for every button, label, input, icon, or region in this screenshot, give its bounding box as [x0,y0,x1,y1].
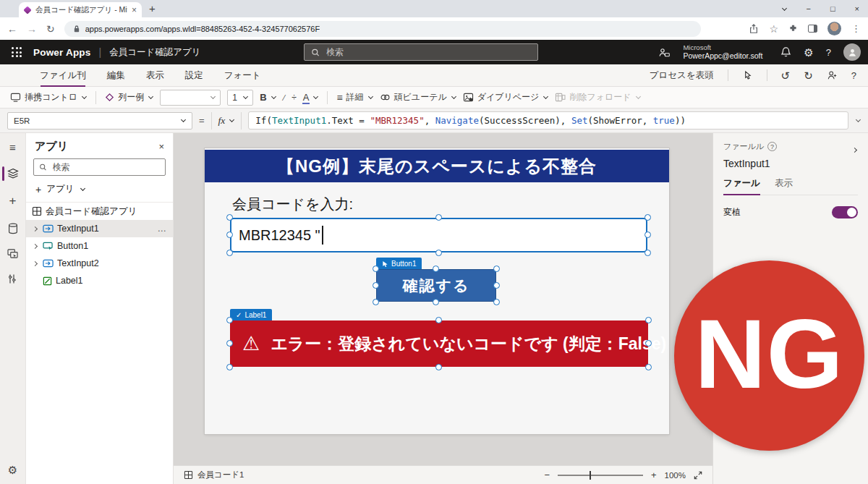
bold-button[interactable]: B [260,92,276,103]
share-user-icon[interactable] [827,70,838,80]
property-toggle[interactable] [832,206,858,218]
panel-collapse-icon[interactable] [853,142,858,155]
menu-font[interactable]: フォート [224,69,261,82]
zoom-slider-thumb[interactable] [590,471,591,480]
browser-menu-icon[interactable]: ⋮ [851,23,861,34]
selection-handle[interactable] [373,282,379,289]
menu-edit[interactable]: 編集 [107,69,125,82]
selection-handle[interactable] [644,214,651,221]
menu-file[interactable]: ファイル刊 [40,69,86,82]
window-minimize-button[interactable]: − [806,4,810,13]
tree-panel-close-icon[interactable]: × [158,141,164,152]
browser-tab[interactable]: 会員コード確認アプリ - Miwe:App × [19,2,142,17]
expand-chevron-icon[interactable] [32,262,39,266]
bookmark-star-icon[interactable]: ☆ [769,23,778,35]
help-icon[interactable]: ? [826,48,831,57]
brand-logo-text[interactable]: Power Apps [33,47,91,58]
global-search-input[interactable] [325,46,531,58]
selection-handle[interactable] [493,266,500,272]
label-control[interactable]: ⚠ エラー：登録されていないコードです (判定：False) [230,320,648,367]
tree-item-textinput2[interactable]: TextInput2 [26,255,173,272]
selection-handle[interactable] [645,317,652,323]
tab-properties[interactable]: ファール [723,177,760,190]
formula-input[interactable]: If(TextInput1.Text = "MBR12345", Navigat… [248,111,848,130]
page-button[interactable]: ダイブリページ [463,91,549,103]
notifications-bell-icon[interactable] [780,46,791,58]
rail-hamburger-icon[interactable]: ≡ [0,140,25,155]
selection-handle[interactable] [226,214,233,221]
pointer-tool-icon[interactable] [742,70,753,81]
rail-insert-icon[interactable]: + [0,192,25,210]
url-bar[interactable]: apps.powerapps.com/apps.wldl=88485263-45… [64,21,701,37]
new-screen-button[interactable]: + アプリ [26,176,173,203]
selection-handle[interactable] [435,364,442,370]
back-icon[interactable]: ← [7,24,17,34]
item-more-icon[interactable]: … [158,224,168,234]
insert-control-button[interactable]: 挿携コントロ [10,91,87,103]
help-circle-icon[interactable]: ? [767,142,777,151]
menu-view[interactable]: 表示 [146,69,164,82]
selection-handle[interactable] [644,250,651,256]
tree-search-input[interactable] [51,161,160,173]
zoom-out-button[interactable]: − [544,470,550,480]
tab-search-icon[interactable] [782,6,787,11]
undo-icon[interactable]: ↺ [781,70,791,81]
label-control-tag[interactable]: ✓ Label1 [230,309,272,320]
new-tab-button[interactable]: + [149,2,156,14]
help-icon[interactable]: ? [851,70,856,81]
italic-button[interactable]: / [283,92,286,103]
member-code-input[interactable]: MBR12345 " [230,218,647,252]
rail-tree-view-icon[interactable] [0,166,25,181]
selection-handle[interactable] [226,317,233,323]
formula-expand-icon[interactable] [856,117,861,122]
zoom-in-button[interactable]: + [651,470,657,480]
theme-button[interactable]: 列ー例 [105,91,153,103]
selection-handle[interactable] [226,232,233,238]
tree-item-button1[interactable]: Button1 [26,237,173,255]
selection-handle[interactable] [435,214,442,221]
selection-handle[interactable] [226,250,233,256]
textinput-control[interactable]: MBR12345 " [230,218,647,252]
share-icon[interactable] [749,24,759,34]
selection-handle[interactable] [645,340,652,347]
app-screen[interactable]: 【NG例】末尾のスペースによる不整合 会員コードを入力: MBR12345 " [205,148,669,434]
rail-advanced-tools-icon[interactable] [0,272,25,286]
button-control[interactable]: 確認する [376,269,496,302]
viewer-button[interactable]: 頑ビユーテル [380,91,456,103]
selection-handle[interactable] [226,364,233,370]
selection-handle[interactable] [435,250,442,256]
selection-handle[interactable] [373,266,379,272]
global-search-box[interactable] [304,43,538,61]
forward-icon[interactable]: → [27,24,37,34]
tree-item-app[interactable]: 会員コード確認アプリ [26,203,173,220]
rail-settings-gear-icon[interactable]: ⚙ [0,462,25,478]
fx-selector[interactable]: fx [211,112,242,130]
extensions-icon[interactable] [788,24,798,33]
waffle-menu-icon[interactable] [12,47,22,57]
tab-display[interactable]: 表示 [775,177,793,190]
window-close-button[interactable]: × [855,4,859,13]
font-color-button[interactable]: A [303,92,319,103]
tree-search-box[interactable] [33,158,166,176]
zoom-slider[interactable] [558,475,643,476]
reload-icon[interactable]: ↻ [46,24,55,34]
strikethrough-button[interactable]: ÷ [292,93,297,103]
account-info[interactable]: Microsoft PowerAppc@editor.soft [683,44,762,61]
confirm-button[interactable]: 確認する [376,269,496,302]
canvas-area[interactable]: 【NG例】末尾のスペースによる不整合 会員コードを入力: MBR12345 " [174,133,712,465]
redo-icon[interactable]: ↻ [804,70,813,81]
details-button[interactable]: ≡ 詳細 [336,91,373,103]
selection-handle[interactable] [433,266,439,272]
selection-handle[interactable] [433,299,439,305]
property-select[interactable]: E5R [7,112,192,130]
window-maximize-button[interactable]: □ [830,4,835,13]
rail-data-icon[interactable] [0,221,25,236]
selection-handle[interactable] [373,299,379,305]
expand-chevron-icon[interactable] [32,245,39,248]
user-avatar[interactable] [843,43,861,61]
settings-gear-icon[interactable]: ⚙ [804,47,813,58]
button-control-tag[interactable]: Button1 [376,258,422,269]
selection-handle[interactable] [226,340,233,347]
font-family-select[interactable] [160,90,221,106]
fit-to-window-icon[interactable] [694,471,702,480]
